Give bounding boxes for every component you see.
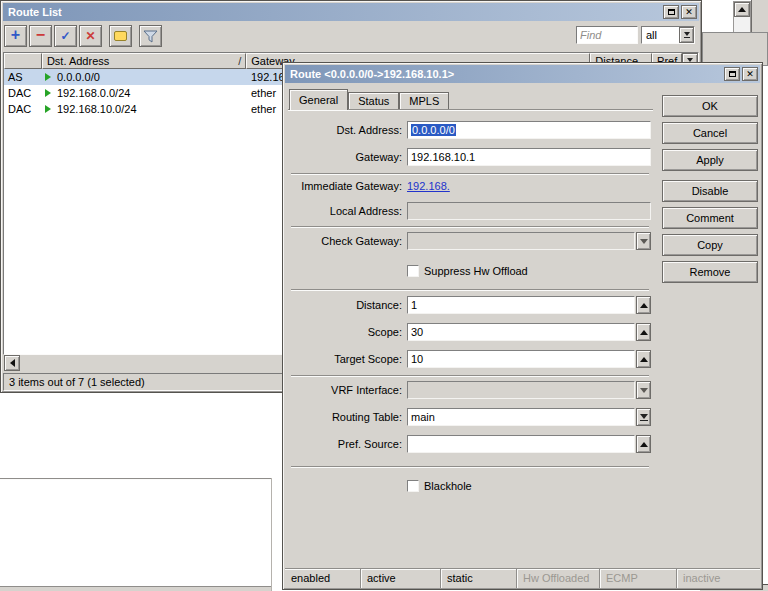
tab-mpls[interactable]: MPLS: [399, 92, 449, 110]
distance-field[interactable]: 1: [407, 296, 635, 314]
background-window-edge: [271, 478, 272, 591]
scroll-left-icon: [10, 359, 15, 367]
route-active-icon: [45, 105, 51, 113]
dst-address-label: Dst. Address:: [287, 124, 407, 136]
dialog-tabs: General Status MPLS: [289, 89, 449, 110]
state-static: static: [441, 569, 517, 588]
scroll-up-icon: [738, 7, 746, 12]
selected-text: 0.0.0.0/0: [411, 124, 456, 136]
chevron-up-icon: [640, 357, 648, 362]
route-flags: DAC: [4, 101, 42, 117]
plus-icon: +: [11, 27, 20, 43]
state-enabled: enabled: [285, 569, 361, 588]
tab-status[interactable]: Status: [348, 92, 399, 110]
chevron-up-icon: [640, 442, 648, 447]
comment-button[interactable]: Comment: [662, 207, 758, 229]
remove-route-button[interactable]: −: [29, 25, 52, 47]
local-address-label: Local Address:: [287, 205, 407, 217]
route-list-toolbar: + − ✓ ✕ all: [3, 23, 699, 49]
routing-table-label: Routing Table:: [287, 411, 407, 423]
copy-button[interactable]: Copy: [662, 234, 758, 256]
scope-field[interactable]: 30: [407, 323, 635, 341]
disable-button[interactable]: Disable: [662, 180, 758, 202]
chevron-down-icon: [640, 388, 648, 393]
route-dialog-titlebar[interactable]: Route <0.0.0.0/0->192.168.10.1> ✕: [285, 65, 760, 83]
route-dst-address: 0.0.0.0/0: [57, 69, 100, 85]
enable-route-button[interactable]: ✓: [54, 25, 77, 47]
scroll-left-button[interactable]: [4, 355, 20, 371]
vrf-interface-dropdown-button[interactable]: [636, 381, 651, 399]
sort-ascending-icon: /: [238, 55, 241, 68]
tab-general[interactable]: General: [289, 89, 348, 110]
close-icon: ✕: [746, 70, 754, 79]
maximize-button[interactable]: [663, 5, 679, 19]
scope-label: Scope:: [287, 326, 407, 338]
remove-button[interactable]: Remove: [662, 261, 758, 283]
target-scope-field[interactable]: 10: [407, 350, 635, 368]
close-button[interactable]: ✕: [681, 5, 697, 19]
state-inactive: inactive: [677, 569, 760, 588]
comment-icon: [114, 31, 127, 41]
minus-icon: −: [36, 27, 45, 43]
vrf-interface-label: VRF Interface:: [287, 384, 407, 396]
routing-table-field[interactable]: main: [407, 408, 635, 426]
blackhole-label: Blackhole: [424, 477, 472, 495]
chevron-up-icon: [640, 303, 648, 308]
dst-address-header-label: Dst. Address: [47, 55, 109, 68]
column-header-dst-address[interactable]: Dst. Address /: [42, 53, 246, 69]
routing-table-dropdown-button[interactable]: [636, 408, 651, 426]
dropdown-icon: [640, 414, 648, 421]
route-flags: AS: [4, 69, 42, 85]
immediate-gateway-label: Immediate Gateway:: [287, 180, 407, 192]
ok-button[interactable]: OK: [662, 95, 758, 117]
dropdown-icon: [684, 32, 690, 38]
maximize-button[interactable]: [724, 67, 740, 81]
comment-route-button[interactable]: [109, 25, 132, 47]
distance-spin-up-button[interactable]: [636, 296, 651, 314]
column-header-flags[interactable]: [4, 53, 42, 69]
pref-source-label: Pref. Source:: [287, 438, 407, 450]
target-scope-spin-up-button[interactable]: [636, 350, 651, 368]
state-hw-offloaded: Hw Offloaded: [517, 569, 600, 588]
blackhole-checkbox[interactable]: [407, 480, 419, 492]
check-gateway-field: [407, 232, 635, 250]
pref-source-spin-up-button[interactable]: [636, 435, 651, 453]
check-gateway-dropdown-button[interactable]: [636, 232, 651, 250]
gateway-field[interactable]: 192.168.10.1: [407, 148, 651, 166]
filter-button[interactable]: [139, 25, 162, 47]
suppress-hw-offload-label: Suppress Hw Offload: [424, 262, 528, 280]
route-list-titlebar[interactable]: Route List ✕: [3, 3, 699, 21]
gateway-label: Gateway:: [287, 151, 407, 163]
immediate-gateway-link[interactable]: 192.168.: [407, 180, 450, 192]
route-active-icon: [45, 89, 51, 97]
section-divider: [291, 289, 649, 291]
route-active-icon: [45, 73, 51, 81]
disable-route-button[interactable]: ✕: [79, 25, 102, 47]
filter-dropdown-value: all: [642, 29, 678, 41]
apply-button[interactable]: Apply: [662, 149, 758, 171]
close-button[interactable]: ✕: [742, 67, 758, 81]
target-scope-label: Target Scope:: [287, 353, 407, 365]
route-dst-cell: 0.0.0.0/0: [42, 69, 247, 85]
route-list-title: Route List: [8, 6, 661, 18]
route-dst-cell: 192.168.10.0/24: [42, 101, 247, 117]
scroll-up-button[interactable]: [734, 2, 750, 17]
section-divider: [291, 226, 649, 228]
chevron-up-icon: [640, 330, 648, 335]
filter-dropdown-button[interactable]: [679, 27, 694, 43]
route-state-bar: enabled active static Hw Offloaded ECMP …: [285, 568, 760, 588]
check-icon: ✓: [60, 30, 70, 42]
background-window-edge: [0, 478, 272, 480]
filter-dropdown[interactable]: all: [641, 26, 695, 44]
section-divider: [291, 466, 649, 468]
section-divider: [291, 375, 649, 377]
add-route-button[interactable]: +: [4, 25, 27, 47]
dst-address-field[interactable]: 0.0.0.0/0: [407, 121, 651, 139]
scope-spin-up-button[interactable]: [636, 323, 651, 341]
pref-source-field[interactable]: [407, 435, 635, 453]
cancel-button[interactable]: Cancel: [662, 122, 758, 144]
background-window-fragment: [702, 32, 768, 66]
find-input[interactable]: [576, 26, 638, 44]
chevron-down-icon: [640, 239, 648, 244]
suppress-hw-offload-checkbox[interactable]: [407, 265, 419, 277]
